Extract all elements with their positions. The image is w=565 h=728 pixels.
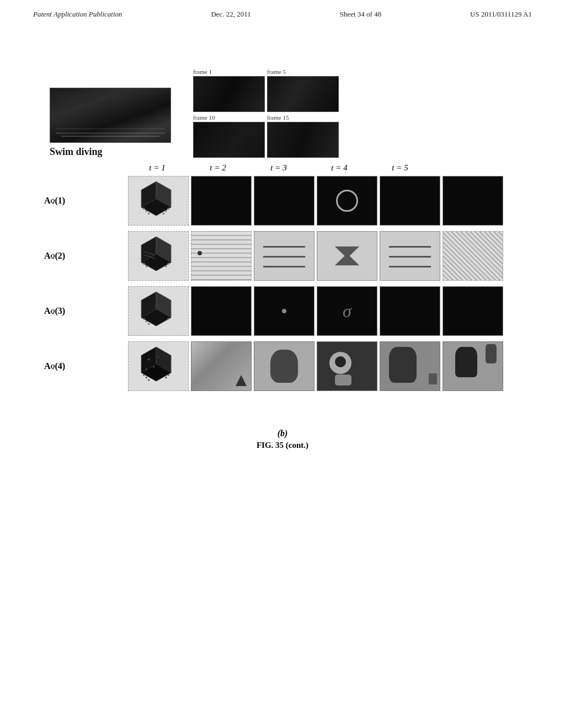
- frame-15-label: frame 15: [267, 114, 289, 121]
- swim-main-image: [50, 88, 171, 143]
- circle-icon: [336, 190, 358, 212]
- svg-point-26: [148, 323, 150, 325]
- header-date: Dec. 22, 2011: [211, 10, 250, 19]
- svg-point-36: [143, 374, 145, 376]
- row-label-aq3: AQ(3): [44, 306, 127, 316]
- svg-point-7: [167, 208, 169, 210]
- frame-5-item: frame 5: [267, 68, 339, 112]
- frame-10-label: frame 10: [193, 114, 215, 121]
- svg-point-9: [163, 212, 165, 215]
- aq1-t3: [317, 176, 377, 226]
- aq4-t4: [380, 341, 440, 391]
- aq1-t5: [443, 176, 503, 226]
- main-content: Swim diving frame 1 frame 5 frame 10 fra…: [0, 19, 565, 450]
- time-t4: t = 4: [309, 163, 370, 173]
- svg-point-18: [167, 263, 169, 265]
- svg-point-33: [158, 356, 159, 358]
- svg-point-27: [167, 318, 169, 320]
- swim-label: Swim diving: [50, 146, 103, 158]
- frame-15-item: frame 15: [267, 114, 339, 158]
- aq2-t4: [380, 231, 440, 281]
- time-t2: t = 2: [188, 163, 248, 173]
- row-label-aq4: AQ(4): [44, 361, 127, 371]
- swim-left-panel: Swim diving: [50, 88, 171, 158]
- aq4-t5: [443, 341, 503, 391]
- aq1-cube: [128, 176, 189, 226]
- dot-icon: [282, 309, 286, 313]
- svg-point-4: [143, 208, 145, 210]
- aq2-t1: [191, 231, 252, 281]
- svg-point-38: [148, 379, 150, 381]
- row-label-aq2: AQ(2): [44, 251, 127, 261]
- svg-point-6: [148, 212, 150, 215]
- time-t1: t = 1: [127, 163, 188, 173]
- aq3-t4: [380, 286, 440, 336]
- time-t5: t = 5: [370, 163, 430, 173]
- svg-point-8: [165, 210, 167, 212]
- aq1-t4: [380, 176, 440, 226]
- aq4-cube: [128, 341, 189, 391]
- aq2-t5: [443, 231, 503, 281]
- svg-point-37: [145, 377, 147, 379]
- frame-15-image: [267, 122, 339, 158]
- aq1-t2: [254, 176, 315, 226]
- svg-point-25: [145, 320, 147, 323]
- matrix-row-aq4: AQ(4): [44, 340, 521, 392]
- frame-5-image: [267, 76, 339, 112]
- aq4-t2: [254, 341, 315, 391]
- aq2-cube: [128, 231, 189, 281]
- svg-point-40: [165, 377, 167, 379]
- frame-10-item: frame 10: [193, 114, 265, 158]
- page-header: Patent Application Publication Dec. 22, …: [0, 0, 565, 19]
- aq3-t2: [254, 286, 315, 336]
- time-header-row: t = 1 t = 2 t = 3 t = 4 t = 5: [127, 163, 521, 173]
- svg-point-19: [165, 265, 167, 267]
- aq3-t5: [443, 286, 503, 336]
- aq3-t1: [191, 286, 252, 336]
- row-label-aq1: AQ(1): [44, 196, 127, 206]
- svg-point-39: [167, 374, 169, 376]
- frame-10-image: [193, 122, 265, 158]
- header-patent-number: US 2011/0311129 A1: [470, 10, 532, 19]
- matrix-row-aq1: AQ(1): [44, 175, 521, 227]
- aq2-t2: [254, 231, 315, 281]
- svg-point-32: [148, 358, 150, 361]
- header-sheet: Sheet 34 of 48: [340, 10, 381, 19]
- svg-point-35: [146, 368, 147, 370]
- aq4-t1: [191, 341, 252, 391]
- aq4-t3: [317, 341, 377, 391]
- aq3-t3: σ: [317, 286, 377, 336]
- matrix-section: t = 1 t = 2 t = 3 t = 4 t = 5 AQ(1): [44, 163, 521, 395]
- frame-1-item: frame 1: [193, 68, 265, 112]
- figure-caption: (b) FIG. 35 (cont.): [257, 429, 308, 450]
- svg-point-5: [145, 210, 147, 212]
- figure-part-label: (b): [257, 429, 308, 438]
- frame-1-label: frame 1: [193, 68, 212, 75]
- sigma-icon: σ: [343, 301, 351, 322]
- header-publication-label: Patent Application Publication: [33, 10, 122, 19]
- figure-title: FIG. 35 (cont.): [257, 441, 308, 450]
- aq3-cube: [128, 286, 189, 336]
- frames-grid: frame 1 frame 5 frame 10 frame 15: [193, 68, 339, 158]
- svg-point-17: [145, 265, 147, 267]
- svg-point-34: [153, 366, 155, 368]
- swim-diving-section: Swim diving frame 1 frame 5 frame 10 fra…: [50, 68, 526, 158]
- frame-1-image: [193, 76, 265, 112]
- time-t3: t = 3: [248, 163, 309, 173]
- aq2-t3: [317, 231, 377, 281]
- aq1-t1: [191, 176, 252, 226]
- frame-5-label: frame 5: [267, 68, 286, 75]
- svg-point-24: [143, 318, 145, 320]
- svg-point-16: [143, 263, 145, 265]
- matrix-row-aq3: AQ(3): [44, 285, 521, 337]
- matrix-row-aq2: AQ(2): [44, 230, 521, 282]
